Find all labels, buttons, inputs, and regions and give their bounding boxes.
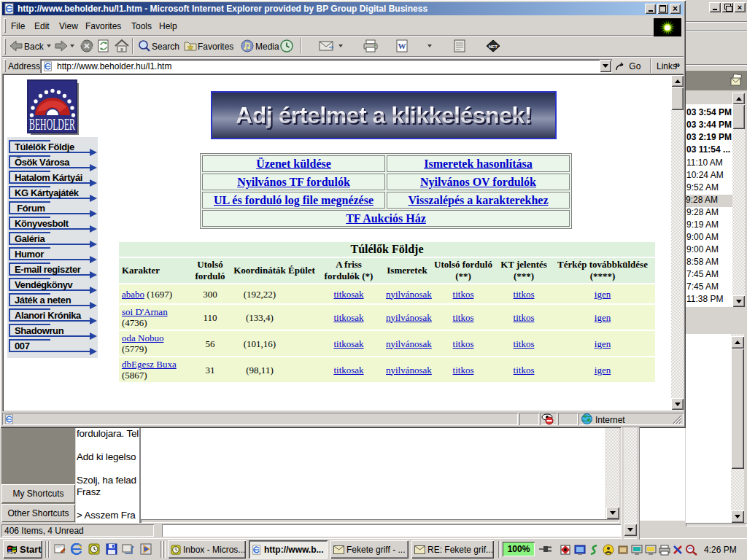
svg-text:W: W — [398, 42, 406, 50]
svg-text:NET: NET — [489, 44, 498, 49]
svg-text:BEHOLDER: BEHOLDER — [29, 114, 75, 133]
